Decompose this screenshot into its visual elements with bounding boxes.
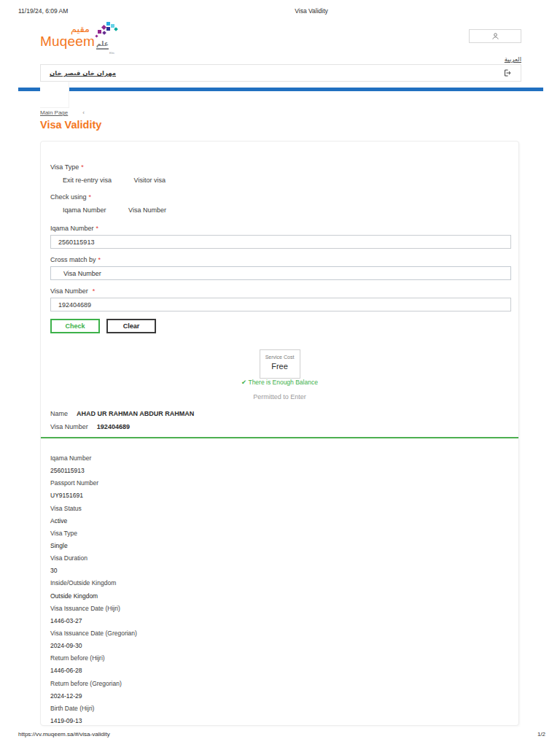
- muqeem-logo[interactable]: مقيم Muqeem: [40, 24, 95, 49]
- required-asterisk: *: [81, 163, 84, 171]
- detail-value: 1446-06-28: [50, 665, 137, 677]
- visa-validity-print-page: 11/19/24, 6:09 AM Visa Validity مقيم Muq…: [0, 0, 560, 747]
- detail-label: Birth Date (Hijri): [50, 703, 137, 715]
- detail-value: 2024-09-30: [50, 640, 137, 652]
- detail-label: Visa Issuance Date (Hijri): [50, 603, 137, 615]
- iqama-number-label-text: Iqama Number: [50, 225, 94, 232]
- detail-label: Return before (Hijri): [50, 652, 137, 665]
- result-divider: [41, 437, 518, 438]
- detail-value: Single: [50, 540, 137, 552]
- detail-value: 30: [50, 565, 137, 577]
- print-document-title: Visa Validity: [295, 7, 328, 15]
- balance-status: ✔ There is Enough Balance: [41, 379, 518, 386]
- balance-message: There is Enough Balance: [248, 379, 317, 386]
- visa-number-result-label: Visa Number: [50, 423, 88, 430]
- detail-row: Visa Type Single: [50, 527, 137, 552]
- detail-label: Passport Number: [50, 477, 137, 489]
- detail-row: Visa Issuance Date (Hijri) 1446-03-27: [50, 603, 137, 627]
- user-name-link[interactable]: مهران خان قيصر خان: [50, 69, 116, 77]
- detail-value: 2024-12-29: [50, 690, 137, 703]
- muqeem-logo-english: Muqeem: [40, 34, 95, 49]
- detail-row: Passport Number UY9151691: [50, 477, 137, 502]
- elm-logo-arabic: علم: [96, 41, 109, 50]
- radio-visa-number[interactable]: Visa Number: [128, 206, 166, 214]
- required-asterisk: *: [98, 256, 101, 263]
- permitted-status: Permitted to Enter: [41, 393, 518, 400]
- print-page-indicator: 1/2: [537, 731, 545, 738]
- detail-label: Visa Duration: [50, 552, 137, 565]
- name-label: Name: [50, 410, 68, 417]
- header-divider: [18, 88, 543, 91]
- cross-match-by-label-text: Cross match by: [50, 256, 96, 263]
- required-asterisk: *: [93, 287, 96, 295]
- radio-exit-reentry-visa[interactable]: Exit re-entry visa: [63, 177, 112, 184]
- user-bar: مهران خان قيصر خان: [40, 64, 521, 82]
- result-name-row: NameAHAD UR RAHMAN ABDUR RAHMAN: [50, 410, 194, 417]
- visa-number-label-text: Visa Number: [50, 287, 88, 295]
- result-visa-number-row: Visa Number192404689: [50, 423, 130, 430]
- radio-iqama-number[interactable]: Iqama Number: [63, 206, 106, 214]
- detail-row: Birth Date (Hijri) 1419-09-13: [50, 703, 137, 727]
- logout-icon: [502, 69, 512, 77]
- check-using-label: Check using*: [50, 193, 91, 201]
- check-using-options: Iqama Number Visa Number: [63, 206, 187, 214]
- muqeem-logo-arabic: مقيم: [40, 24, 90, 34]
- cross-match-by-label: Cross match by*: [50, 256, 101, 263]
- name-value: AHAD UR RAHMAN ABDUR RAHMAN: [77, 410, 194, 417]
- breadcrumb-main-page-link[interactable]: Main Page: [40, 109, 68, 116]
- detail-label: Visa Status: [50, 503, 137, 515]
- detail-value: 1446-03-27: [50, 615, 137, 627]
- detail-row: Iqama Number 2560115913: [50, 452, 137, 477]
- detail-row: Return before (Hijri) 1446-06-28: [50, 652, 137, 677]
- detail-label: Inside/Outside Kingdom: [50, 577, 137, 589]
- iqama-number-label: Iqama Number*: [50, 225, 98, 232]
- logout-button[interactable]: [502, 69, 512, 77]
- detail-value: Active: [50, 515, 137, 527]
- check-using-label-text: Check using: [50, 193, 87, 201]
- radio-visitor-visa[interactable]: Visitor visa: [134, 177, 166, 184]
- cross-match-by-select[interactable]: Visa Number: [50, 266, 511, 280]
- detail-value: UY9151691: [50, 489, 137, 502]
- detail-label: Iqama Number: [50, 452, 137, 465]
- elm-logo-english: Elm: [109, 51, 114, 55]
- visa-details-list: Iqama Number 2560115913 Passport Number …: [50, 452, 137, 727]
- elm-pixel-mark-icon: [95, 22, 121, 41]
- print-url: https://vv.muqeem.sa/#/visa-validity: [18, 731, 110, 738]
- visa-number-input[interactable]: [50, 298, 511, 311]
- detail-value: Outside Kingdom: [50, 590, 137, 603]
- iqama-number-input[interactable]: [50, 235, 511, 249]
- detail-label: Visa Type: [50, 527, 137, 540]
- detail-row: Return before (Gregorian) 2024-12-29: [50, 678, 137, 703]
- open-menu-panel: [40, 82, 69, 108]
- detail-label: Return before (Gregorian): [50, 678, 137, 690]
- required-asterisk: *: [89, 193, 92, 201]
- detail-row: Visa Status Active: [50, 503, 137, 527]
- breadcrumb: Main Page‹: [40, 109, 85, 116]
- account-button[interactable]: [469, 29, 521, 43]
- check-icon: ✔: [241, 379, 246, 386]
- elm-logo: علم Elm: [95, 22, 121, 55]
- detail-label: Visa Issuance Date (Gregorian): [50, 627, 137, 640]
- visa-number-label: Visa Number*: [50, 287, 95, 295]
- detail-value: 2560115913: [50, 465, 137, 477]
- page-title: Visa Validity: [40, 119, 101, 131]
- visa-number-result-value: 192404689: [97, 423, 130, 430]
- language-switch-link[interactable]: العربية: [505, 55, 521, 63]
- detail-value: 1419-09-13: [50, 715, 137, 727]
- required-asterisk: *: [96, 225, 99, 232]
- visa-type-label: Visa Type*: [50, 163, 84, 171]
- print-datetime: 11/19/24, 6:09 AM: [18, 7, 68, 15]
- detail-row: Visa Duration 30: [50, 552, 137, 577]
- clear-button[interactable]: Clear: [106, 319, 156, 333]
- detail-row: Inside/Outside Kingdom Outside Kingdom: [50, 577, 137, 602]
- service-cost-box: Service Cost Free: [260, 349, 300, 379]
- service-cost-label: Service Cost: [260, 355, 300, 360]
- check-button[interactable]: Check: [50, 319, 100, 333]
- detail-row: Visa Issuance Date (Gregorian) 2024-09-3…: [50, 627, 137, 652]
- breadcrumb-chevron-icon: ‹: [82, 109, 85, 116]
- service-cost-value: Free: [260, 362, 300, 371]
- visa-type-label-text: Visa Type: [50, 163, 79, 171]
- visa-validity-card: Visa Type* Exit re-entry visa Visitor vi…: [40, 141, 519, 726]
- person-icon: [491, 32, 499, 40]
- visa-type-options: Exit re-entry visa Visitor visa: [63, 177, 186, 184]
